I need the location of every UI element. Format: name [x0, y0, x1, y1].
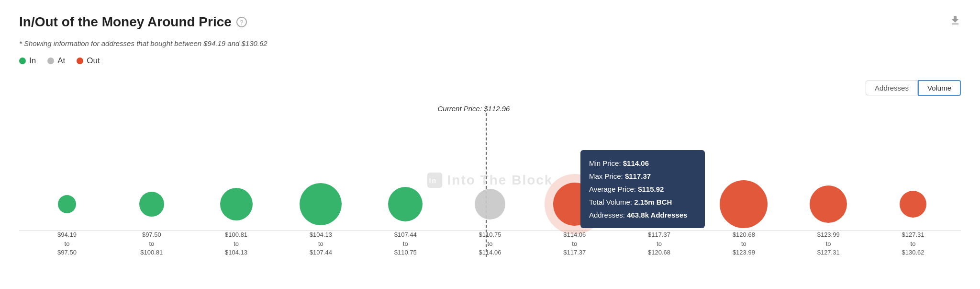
bubble-container-9 — [790, 185, 867, 223]
x-label-10: $127.31to$130.62 — [875, 231, 951, 257]
x-label-6: $114.06to$117.37 — [536, 231, 613, 257]
x-label-8: $120.68to$123.99 — [705, 231, 782, 257]
bubble-container-3 — [282, 183, 359, 225]
download-icon[interactable] — [949, 15, 961, 29]
x-label-2: $100.81to$104.13 — [198, 231, 275, 257]
bubble-7 — [641, 186, 678, 222]
subtitle: * Showing information for addresses that… — [19, 39, 961, 47]
x-label-1: $97.50to$100.81 — [113, 231, 190, 257]
legend-label-out: Out — [87, 56, 100, 66]
bubble-container-7 — [621, 186, 698, 222]
legend-item-at: At — [47, 56, 65, 66]
bubble-container-10 — [875, 191, 951, 218]
legend-label-at: At — [57, 56, 65, 66]
x-label-4: $107.44to$110.75 — [367, 231, 444, 257]
legend: In At Out — [19, 56, 961, 66]
x-label-5: $110.75to$114.06 — [452, 231, 528, 257]
current-price-label: Current Price: $112.96 — [438, 104, 510, 113]
tooltip-max-label: Max Price: — [589, 172, 623, 180]
legend-label-in: In — [29, 56, 36, 66]
bubble-6 — [553, 183, 596, 226]
bubble-container-2 — [198, 188, 275, 220]
x-label-0: $94.19to$97.50 — [29, 231, 105, 257]
bubbles-row — [19, 180, 961, 228]
tooltip-min-price: Min Price: $114.06 — [589, 157, 696, 170]
chart-area: In Into The Block Current Price: $112.96… — [19, 104, 961, 257]
bubble-8 — [720, 180, 768, 228]
bubble-container-1 — [113, 192, 190, 217]
volume-button[interactable]: Volume — [918, 80, 961, 96]
legend-dot-out — [77, 58, 83, 64]
bubble-3 — [300, 183, 342, 225]
tooltip-max-value: $117.37 — [625, 172, 651, 180]
tooltip-min-label: Min Price: — [589, 159, 621, 167]
legend-dot-in — [19, 58, 26, 64]
header-row: In/Out of the Money Around Price ? — [19, 14, 961, 30]
x-label-9: $123.99to$127.31 — [790, 231, 867, 257]
tooltip-min-value: $114.06 — [623, 159, 649, 167]
bubble-1 — [139, 192, 164, 217]
addresses-button[interactable]: Addresses — [866, 81, 918, 95]
bubble-4 — [388, 187, 423, 221]
x-label-7: $117.37to$120.68 — [621, 231, 698, 257]
bubble-container-4 — [367, 187, 444, 221]
legend-dot-at — [47, 58, 54, 64]
bubble-9 — [810, 185, 847, 223]
bubble-container-5 — [452, 189, 528, 220]
title-group: In/Out of the Money Around Price ? — [19, 14, 247, 30]
legend-item-in: In — [19, 56, 36, 66]
bubble-5 — [475, 189, 505, 220]
x-label-3: $104.13to$107.44 — [282, 231, 359, 257]
bubble-container-8 — [705, 180, 782, 228]
bubble-10 — [900, 191, 926, 218]
bubble-0 — [58, 195, 76, 213]
page-title: In/Out of the Money Around Price — [19, 14, 232, 30]
controls-row: Addresses Volume — [19, 80, 961, 96]
bubble-container-6 — [536, 183, 613, 226]
legend-item-out: Out — [77, 56, 100, 66]
help-icon[interactable]: ? — [236, 17, 247, 27]
bubble-container-0 — [29, 195, 105, 213]
bubble-2 — [220, 188, 253, 220]
x-axis-row: $94.19to$97.50$97.50to$100.81$100.81to$1… — [19, 231, 961, 257]
